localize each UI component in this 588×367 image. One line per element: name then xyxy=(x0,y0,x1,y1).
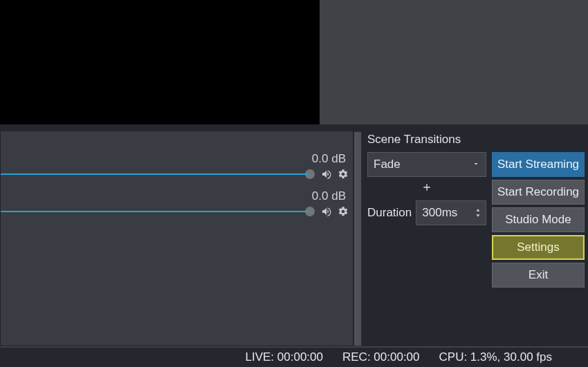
mixer-scrollbar[interactable] xyxy=(353,131,362,346)
duration-value: 300ms xyxy=(422,206,457,220)
settings-button[interactable]: Settings xyxy=(492,235,585,260)
status-bar: LIVE: 00:00:00 REC: 00:00:00 CPU: 1.3%, … xyxy=(0,346,588,367)
chevron-down-icon xyxy=(475,214,481,218)
start-recording-button[interactable]: Start Recording xyxy=(492,180,585,205)
status-rec: REC: 00:00:00 xyxy=(342,350,420,364)
duration-label: Duration xyxy=(367,206,412,220)
preview-row xyxy=(0,0,588,124)
audio-channel: 0.0 dB xyxy=(1,152,353,182)
preview-side-area xyxy=(320,0,588,124)
audio-db-label: 0.0 dB xyxy=(1,152,353,166)
studio-mode-button[interactable]: Studio Mode xyxy=(492,207,585,232)
status-cpu: CPU: 1.3%, 30.00 fps xyxy=(439,350,552,364)
audio-db-label: 0.0 dB xyxy=(1,189,353,203)
controls-panel: Start Streaming Start Recording Studio M… xyxy=(492,131,585,346)
transition-select-value: Fade xyxy=(374,158,401,171)
add-transition-button[interactable] xyxy=(421,182,432,196)
spin-arrows[interactable] xyxy=(475,208,481,218)
scene-transitions-panel: Scene Transitions Fade Duration 300ms xyxy=(367,131,486,346)
gear-icon[interactable] xyxy=(338,206,349,217)
scene-transitions-title: Scene Transitions xyxy=(367,131,486,152)
audio-mixer-panel: 0.0 dB xyxy=(0,131,362,346)
panel-separator xyxy=(0,124,588,131)
exit-button[interactable]: Exit xyxy=(492,263,585,288)
chevron-up-icon xyxy=(475,208,481,212)
speaker-icon[interactable] xyxy=(321,206,332,217)
preview-canvas[interactable] xyxy=(0,0,320,124)
start-streaming-button[interactable]: Start Streaming xyxy=(492,152,585,177)
duration-spinbox[interactable]: 300ms xyxy=(416,200,486,225)
transition-select[interactable]: Fade xyxy=(367,152,486,177)
audio-channel: 0.0 dB xyxy=(1,189,353,220)
volume-slider-track[interactable] xyxy=(1,211,309,212)
volume-slider-track[interactable] xyxy=(1,173,309,175)
chevron-down-icon xyxy=(472,158,480,171)
status-live: LIVE: 00:00:00 xyxy=(246,350,323,364)
speaker-icon[interactable] xyxy=(321,169,332,180)
gear-icon[interactable] xyxy=(338,169,349,180)
